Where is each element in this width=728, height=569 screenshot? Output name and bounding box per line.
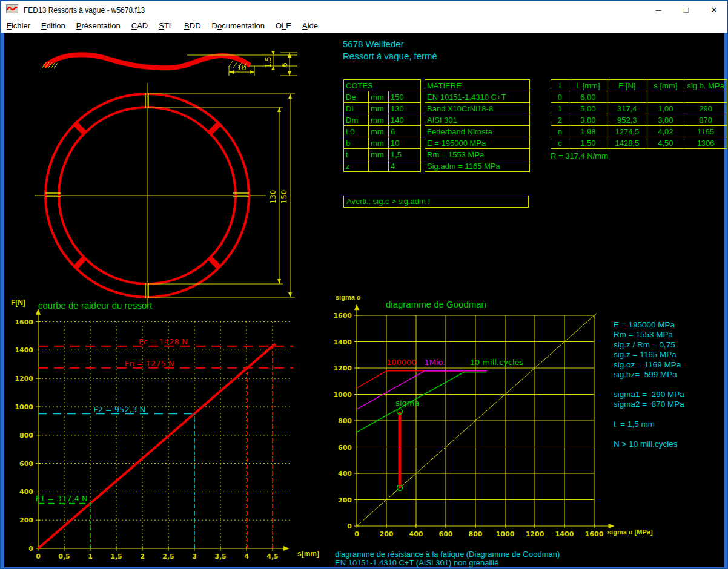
svg-text:1600: 1600 xyxy=(585,530,604,538)
menubar: FichierEditionPrésentationCADSTLBDDDocum… xyxy=(1,19,728,33)
menu-item-ole[interactable]: OLE xyxy=(270,21,297,30)
goodman-axes: 0200400600800100012001400160002004006008… xyxy=(333,304,614,538)
table-cell: 5,00 xyxy=(569,103,607,114)
svg-text:1600: 1600 xyxy=(333,312,352,320)
table-cell: mm xyxy=(369,149,389,160)
minimize-button[interactable]: ─ xyxy=(644,1,672,19)
table-cell: c xyxy=(551,137,569,149)
maximize-button[interactable]: □ xyxy=(672,1,700,19)
svg-text:0: 0 xyxy=(28,545,33,553)
table-cell: 2 xyxy=(551,114,569,126)
cycles-100000-line xyxy=(357,371,487,388)
svg-text:1: 1 xyxy=(88,553,93,561)
spring-band xyxy=(44,54,250,68)
table-cell: L [mm] xyxy=(569,80,607,91)
table-cell: 140 xyxy=(389,114,421,126)
svg-text:0: 0 xyxy=(36,553,41,561)
footer-line2: EN 10151-1.4310 C+T (AISI 301) non grena… xyxy=(335,558,498,567)
dim-thickness-t: 1,5 xyxy=(264,56,273,68)
svg-text:800: 800 xyxy=(469,530,483,538)
table-cell: 1 xyxy=(551,103,569,114)
chart-annotation-label: Fn = 1275 N xyxy=(125,359,174,368)
table-cell: MATIERE xyxy=(425,80,530,91)
chart-annotation-label: F1 = 317,4 N xyxy=(36,494,88,503)
dim-inner-diameter: 130 xyxy=(269,190,277,204)
svg-text:800: 800 xyxy=(19,432,33,439)
table-cell: L0 xyxy=(344,126,369,137)
table-cell xyxy=(684,91,727,103)
table-cell xyxy=(647,91,684,103)
chart-annotation-label: 100000 xyxy=(386,358,417,367)
table-cell: 150 xyxy=(389,91,421,103)
table-cell: E = 195000 MPa xyxy=(425,137,530,149)
chart-annotation-label: F2 = 952,3 N xyxy=(93,405,145,414)
table-cell: Band X10CrNi18-8 xyxy=(425,103,530,114)
svg-text:200: 200 xyxy=(380,530,394,538)
table-cell: 290 xyxy=(684,103,727,114)
table-cell: 870 xyxy=(684,114,727,126)
chart-annotation-label: 1Mio. xyxy=(424,358,445,367)
svg-text:1000: 1000 xyxy=(496,530,515,538)
table-cell: z xyxy=(344,160,369,172)
chart-annotation-label: Fc = 1428 N xyxy=(139,337,188,346)
table-cell: 3,00 xyxy=(647,114,684,126)
chart-annotation-label: sigma xyxy=(395,398,419,407)
table-cell: F [N] xyxy=(607,80,647,91)
table-cell: 1306 xyxy=(684,137,727,149)
dim-outer-diameter: 150 xyxy=(280,190,288,204)
table-cell: sig.b. MPa xyxy=(684,80,727,91)
svg-text:0: 0 xyxy=(354,530,359,538)
svg-text:1400: 1400 xyxy=(15,346,33,354)
table-cell: mm xyxy=(369,114,389,126)
spring-top-view: 130 150 xyxy=(13,78,303,309)
table-cell: mm xyxy=(369,126,389,137)
stiffness-chart: 00,511,522,533,544,502004006008001000120… xyxy=(5,295,329,567)
diagonal-line xyxy=(357,314,597,526)
menu-item-presentation[interactable]: Présentation xyxy=(71,21,126,30)
svg-text:800: 800 xyxy=(338,417,352,425)
table-cell: Di xyxy=(344,103,369,114)
table-cell: 4,50 xyxy=(647,137,684,149)
table-cell: 4 xyxy=(389,160,421,172)
table-cell: mm xyxy=(369,137,389,149)
table-cell: Dm xyxy=(344,114,369,126)
table-cell: 1,5 xyxy=(389,149,421,160)
table-cell: t xyxy=(344,149,369,160)
svg-text:400: 400 xyxy=(19,488,33,496)
menu-item-cad[interactable]: CAD xyxy=(126,21,153,30)
table-cell: s [mm] xyxy=(647,80,684,91)
table-cell: mm xyxy=(369,103,389,114)
table-cell: i xyxy=(551,80,569,91)
table-cell: COTES xyxy=(344,80,421,91)
svg-text:600: 600 xyxy=(338,444,352,452)
svg-text:1200: 1200 xyxy=(526,530,544,538)
cycles-10mill-line xyxy=(357,372,486,432)
chart-annotation-label: 10 mill.cycles xyxy=(470,358,524,367)
svg-text:600: 600 xyxy=(19,460,33,468)
dim-width-b: 10 xyxy=(237,64,246,72)
app-icon[interactable] xyxy=(6,4,18,16)
drawing-header: 5678 Wellfeder Ressort à vague, fermé xyxy=(343,38,437,62)
menu-item-edition[interactable]: Edition xyxy=(36,21,71,30)
spring-rate-text: R = 317,4 N/mm xyxy=(551,151,608,160)
svg-text:2: 2 xyxy=(140,553,145,561)
svg-text:4: 4 xyxy=(244,553,249,561)
matiere-table: MATIEREEN 10151-1.4310 C+TBand X10CrNi18… xyxy=(425,79,530,172)
table-cell: 130 xyxy=(389,103,421,114)
table-cell: 1,98 xyxy=(569,126,607,137)
close-button[interactable]: ✕ xyxy=(700,1,728,19)
table-cell: 1165 xyxy=(684,126,727,137)
menu-item-documentation[interactable]: Documentation xyxy=(207,21,270,30)
part-title: 5678 Wellfeder xyxy=(343,38,437,50)
warning-box: Averti.: sig.c > sig.adm ! xyxy=(343,196,529,208)
titlebar: FED13 Ressorts à vague - w5678.f13 ─ □ ✕ xyxy=(1,1,728,19)
svg-text:1000: 1000 xyxy=(15,403,33,411)
menu-item-stl[interactable]: STL xyxy=(153,21,179,30)
svg-text:400: 400 xyxy=(338,470,352,478)
results-info-block: E = 195000 MPa Rm = 1553 MPa sig.z / Rm … xyxy=(614,320,684,449)
menu-item-bdd[interactable]: BDD xyxy=(179,21,206,30)
svg-text:1200: 1200 xyxy=(15,375,33,383)
menu-item-fichier[interactable]: Fichier xyxy=(1,21,36,30)
table-cell: 6,00 xyxy=(569,91,607,103)
menu-item-aide[interactable]: Aide xyxy=(297,21,323,30)
